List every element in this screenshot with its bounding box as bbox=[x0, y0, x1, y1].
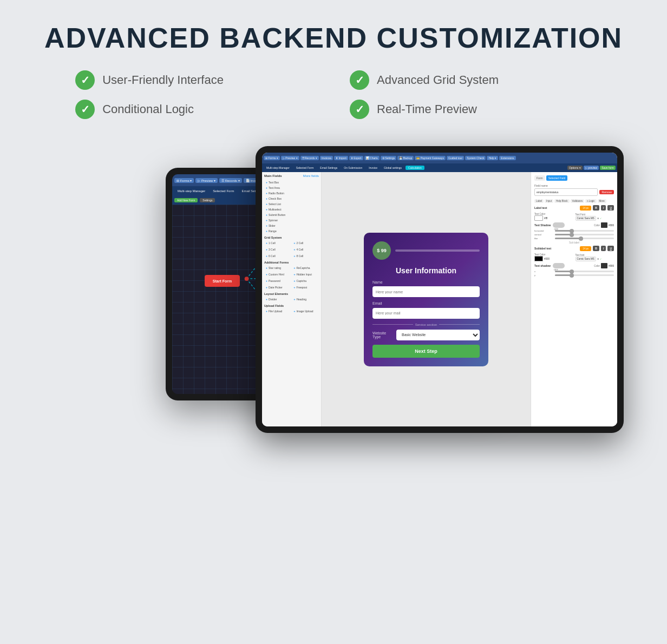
ft-btn-export[interactable]: ⬇ Export bbox=[349, 156, 363, 160]
back-tab-manager[interactable]: Multi-step Manager bbox=[174, 189, 208, 193]
sublabel-italic-btn[interactable]: I bbox=[601, 246, 606, 251]
sidebar-checkbox[interactable]: + Check Box bbox=[264, 196, 319, 201]
rp-sub-color-swatch[interactable] bbox=[534, 256, 543, 261]
ft-tab-form[interactable]: Selected Form bbox=[293, 166, 317, 170]
sidebar-1cell[interactable]: + 1 Cell bbox=[264, 240, 291, 246]
ft-tab-global[interactable]: Global settings bbox=[381, 166, 404, 170]
ft-preview-btn[interactable]: ▷ preview bbox=[584, 166, 599, 170]
tb-btn-forms[interactable]: ⊞ Forms ▾ bbox=[174, 178, 194, 183]
ft-tab-calc[interactable]: Calculation bbox=[406, 166, 424, 170]
sidebar-4cell[interactable]: + 4 Cell bbox=[292, 247, 319, 252]
ft-btn-forms[interactable]: ⊞ Forms ▾ bbox=[264, 156, 280, 160]
rp-v-thumb[interactable] bbox=[570, 233, 574, 237]
sidebar-select[interactable]: + Select List bbox=[264, 201, 319, 207]
ft-btn-preview[interactable]: ▷ Preview ▾ bbox=[281, 156, 299, 160]
ft-btn-ext[interactable]: Extensions bbox=[499, 156, 515, 160]
back-tab-form[interactable]: Selected Form bbox=[210, 189, 237, 193]
sidebar-datepicker[interactable]: + Date Picker bbox=[264, 285, 291, 290]
back-settings-btn[interactable]: Settings bbox=[200, 198, 215, 202]
tb-btn-preview[interactable]: ▷ Preview ▾ bbox=[195, 178, 218, 183]
rp-blur-thumb[interactable] bbox=[579, 236, 583, 241]
ft-btn-settings[interactable]: ⚙ Settings bbox=[381, 156, 396, 160]
rp-text-font-select[interactable]: Comic Sans MS bbox=[576, 216, 596, 221]
rp-shadow-toggle[interactable]: OFF bbox=[553, 222, 565, 228]
rp-sub-shadow-toggle[interactable]: OFF bbox=[553, 263, 565, 268]
ft-tab-manager[interactable]: Multi-step Manager bbox=[264, 166, 292, 170]
sidebar-6cell[interactable]: + 6 Cell bbox=[264, 253, 291, 259]
ft-btn-backup[interactable]: 💾 Backup bbox=[397, 156, 414, 160]
rp-sub-font-select[interactable]: Comic Sans MS bbox=[576, 257, 596, 261]
ft-btn-tour[interactable]: Guided tour bbox=[447, 156, 464, 160]
label-underline-btn[interactable]: U bbox=[607, 205, 614, 211]
rp-subtab-validators[interactable]: Validators bbox=[571, 199, 585, 203]
sidebar-more-label[interactable]: More fields bbox=[303, 174, 319, 178]
rp-sub-font-x-btn[interactable]: ✕ bbox=[597, 258, 599, 260]
sidebar-star[interactable]: + Star rating bbox=[264, 265, 291, 271]
rp-sub-y-thumb[interactable] bbox=[570, 273, 574, 278]
form-email-input[interactable] bbox=[372, 308, 480, 319]
form-name-input[interactable] bbox=[372, 286, 480, 297]
rp-subtab-input[interactable]: Input bbox=[545, 199, 553, 203]
sidebar-image-upload[interactable]: + Image Upload bbox=[292, 308, 319, 314]
ft-options-btn[interactable]: Options ▾ bbox=[567, 166, 583, 170]
sidebar-spinner[interactable]: + Spinner bbox=[264, 218, 319, 223]
sidebar-radio[interactable]: + Radio Button bbox=[264, 190, 319, 196]
ft-btn-payment[interactable]: 💳 Payment Gateways bbox=[415, 156, 446, 160]
ft-btn-syscheck[interactable]: System Check bbox=[465, 156, 486, 160]
rp-sub-y-slider[interactable] bbox=[555, 274, 614, 276]
sidebar-textbox[interactable]: + Text Box bbox=[264, 180, 319, 185]
sidebar-captcha[interactable]: + Captcha bbox=[292, 278, 319, 284]
sidebar-range[interactable]: + Range bbox=[264, 228, 319, 234]
sidebar-submit[interactable]: + Submit Button bbox=[264, 212, 319, 218]
sidebar-hidden[interactable]: + Hidden Input bbox=[292, 272, 319, 277]
sidebar-2cell[interactable]: + 2 Cell bbox=[292, 240, 319, 246]
rp-tab-form[interactable]: Form bbox=[534, 175, 545, 181]
rp-sub-shadow-swatch[interactable] bbox=[601, 263, 607, 268]
sidebar-file-upload[interactable]: + File Upload bbox=[264, 308, 291, 314]
ft-btn-invoices[interactable]: Invoices bbox=[320, 156, 333, 160]
rp-h-slider[interactable] bbox=[555, 230, 614, 232]
ft-tab-email[interactable]: Email Settings bbox=[317, 166, 340, 170]
label-bold-btn[interactable]: B bbox=[593, 205, 599, 211]
ft-btn-help[interactable]: Help ▾ bbox=[487, 156, 498, 160]
rp-field-name-input[interactable] bbox=[534, 188, 598, 196]
rp-font-x-btn[interactable]: ✕ bbox=[597, 217, 599, 220]
ft-btn-import[interactable]: ⬆ Import bbox=[334, 156, 348, 160]
sublabel-underline-btn[interactable]: U bbox=[607, 246, 614, 251]
sidebar-freepost[interactable]: + Freepost bbox=[292, 285, 319, 290]
label-italic-btn[interactable]: I bbox=[601, 205, 606, 211]
rp-shadow-color-swatch[interactable] bbox=[601, 222, 607, 228]
back-add-form-btn[interactable]: Add New Form bbox=[174, 198, 198, 202]
sidebar-3cell[interactable]: + 3 Cell bbox=[264, 247, 291, 252]
sublabel-bold-btn[interactable]: B bbox=[593, 246, 599, 251]
rp-v-slider[interactable] bbox=[555, 234, 614, 235]
sidebar-slider[interactable]: + Slider bbox=[264, 223, 319, 228]
rp-sub-x-slider[interactable] bbox=[555, 271, 614, 272]
ft-btn-records[interactable]: ☰ Records ▾ bbox=[300, 156, 319, 160]
sidebar-divider[interactable]: + Divider bbox=[264, 297, 291, 302]
tb-btn-records[interactable]: ☰ Records ▾ bbox=[219, 178, 242, 183]
form-next-button[interactable]: Next Step bbox=[372, 345, 480, 358]
form-select-input[interactable]: Basic Website E-commerce Custom Website bbox=[396, 330, 480, 340]
ft-tab-submission[interactable]: On Submission bbox=[341, 166, 365, 170]
rp-subtab-more[interactable]: More bbox=[598, 199, 606, 203]
ft-tab-invoice[interactable]: Invoice bbox=[366, 166, 380, 170]
sidebar-8cell[interactable]: + 8 Cell bbox=[292, 253, 319, 259]
ft-save-btn[interactable]: Save form bbox=[600, 166, 616, 170]
sidebar-multiselect[interactable]: + Multiselect bbox=[264, 207, 319, 212]
rp-blur-slider[interactable] bbox=[555, 238, 614, 239]
rp-sub-color-value: #000 bbox=[544, 258, 550, 260]
sidebar-heading[interactable]: + Heading bbox=[292, 297, 319, 302]
sidebar-recaptcha[interactable]: + ReCaptcha bbox=[292, 265, 319, 271]
rp-subtab-label[interactable]: Label bbox=[534, 199, 544, 203]
rp-remove-button[interactable]: Remove bbox=[599, 190, 614, 194]
rp-tab-selected[interactable]: Selected Field bbox=[546, 175, 568, 181]
rp-subtab-helpblock[interactable]: Help Block bbox=[554, 199, 570, 203]
rp-text-color-swatch[interactable] bbox=[534, 215, 543, 221]
rp-subtab-clogic[interactable]: c.Logic bbox=[585, 199, 596, 203]
ft-btn-charts[interactable]: 📊 Charts bbox=[364, 156, 380, 160]
check-icon-1 bbox=[75, 70, 95, 90]
sidebar-password[interactable]: + Password bbox=[264, 278, 291, 284]
sidebar-textarea[interactable]: + Text Area bbox=[264, 185, 319, 190]
sidebar-customhtml[interactable]: + Custom Html bbox=[264, 272, 291, 277]
